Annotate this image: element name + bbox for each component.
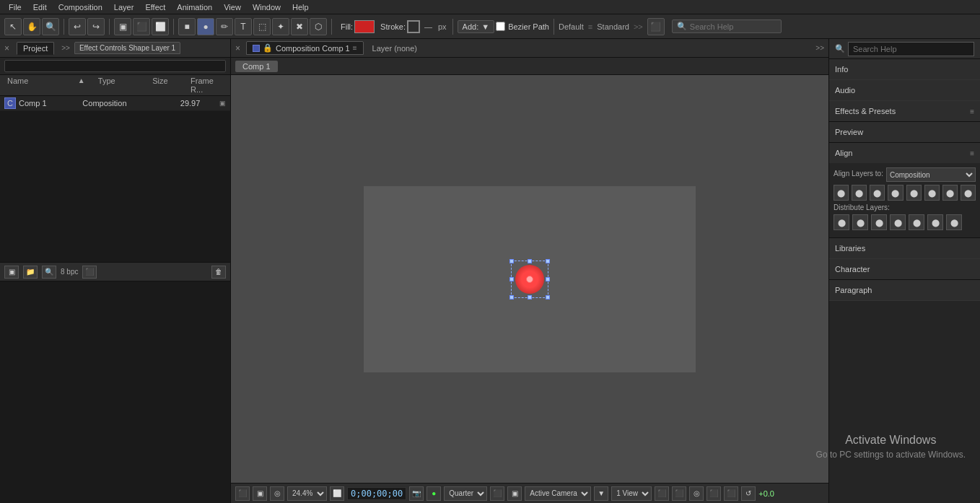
character-header[interactable]: Character <box>829 259 980 279</box>
timecode-display[interactable]: 0;00;00;00 <box>347 487 406 500</box>
tool-puppet[interactable]: ⬡ <box>310 18 327 35</box>
bezier-checkbox[interactable] <box>496 22 505 31</box>
render-btn[interactable]: ⬛ <box>82 266 97 279</box>
paragraph-header[interactable]: Paragraph <box>829 280 980 300</box>
libraries-header[interactable]: Libraries <box>829 238 980 258</box>
shape-layer[interactable] <box>515 265 544 294</box>
align-bottom-btn[interactable]: ⬤ <box>924 185 940 201</box>
folder-btn[interactable]: 📁 <box>23 266 38 279</box>
align-right-btn[interactable]: ⬤ <box>870 185 885 201</box>
dist-bottom-btn[interactable]: ⬤ <box>927 214 943 230</box>
project-tab[interactable]: Project <box>17 42 54 55</box>
search-btn[interactable]: 🔍 <box>42 266 56 279</box>
comp-btn-view4[interactable]: ◎ <box>689 486 704 501</box>
menu-help[interactable]: Help <box>286 1 315 13</box>
quality-select[interactable]: Quarter <box>444 486 487 501</box>
effects-presets-menu-icon[interactable]: ≡ <box>970 108 974 115</box>
dist-hcenter-btn[interactable]: ⬤ <box>852 214 868 230</box>
fill-swatch[interactable] <box>354 20 375 33</box>
tool-region[interactable]: ⬜ <box>152 18 169 35</box>
menu-view[interactable]: View <box>218 1 247 13</box>
comp-tab-icon2: 🔒 <box>263 43 273 53</box>
comp-btn-toggle1[interactable]: ⬛ <box>490 486 504 501</box>
menu-effect[interactable]: Effect <box>139 1 171 13</box>
active-camera-select[interactable]: Active Camera <box>525 486 591 501</box>
project-search-input[interactable] <box>4 60 226 72</box>
tool-hand[interactable]: ✋ <box>23 18 40 35</box>
comp-view-tab-1[interactable]: Comp 1 <box>235 61 278 72</box>
project-table-header: Name ▲ Type Size Frame R... <box>0 75 230 96</box>
search-help-right-input[interactable] <box>848 42 974 56</box>
menu-animation[interactable]: Animation <box>171 1 218 13</box>
comp-panel-tab[interactable]: 🔒 Composition Comp 1 ≡ <box>246 41 364 55</box>
menu-composition[interactable]: Composition <box>53 1 108 13</box>
tool-zoom[interactable]: 🔍 <box>42 18 59 35</box>
align-hcenter-btn[interactable]: ⬤ <box>852 185 867 201</box>
menu-edit[interactable]: Edit <box>27 1 53 13</box>
align-vcenter-btn[interactable]: ⬤ <box>906 185 922 201</box>
comp-btn-fit[interactable]: ⬜ <box>330 486 344 501</box>
align-menu-icon[interactable]: ≡ <box>970 149 974 157</box>
stroke-swatch[interactable] <box>407 20 420 33</box>
audio-header[interactable]: Audio <box>829 80 980 100</box>
tool-selection[interactable]: ↖ <box>4 18 22 35</box>
workspace-btn[interactable]: ⬛ <box>647 18 665 35</box>
align-hstack-btn[interactable]: ⬤ <box>961 185 976 201</box>
project-panel-close[interactable]: × <box>4 43 9 53</box>
comp-menu-icon[interactable]: ≡ <box>353 44 357 52</box>
dist-right2-btn[interactable]: ⬤ <box>946 214 962 230</box>
tool-redo[interactable]: ↪ <box>87 18 105 35</box>
comp-panel-close[interactable]: × <box>235 43 240 53</box>
tool-undo[interactable]: ↩ <box>69 18 86 35</box>
align-top-btn[interactable]: ⬤ <box>888 185 903 201</box>
dist-top-btn[interactable]: ⬤ <box>890 214 906 230</box>
comp-btn-cam-arrow[interactable]: ▼ <box>594 486 608 501</box>
preview-header[interactable]: Preview <box>829 122 980 142</box>
dist-left-btn[interactable]: ⬤ <box>834 214 849 230</box>
info-header[interactable]: Info <box>829 59 980 79</box>
search-help-input[interactable] <box>690 22 776 31</box>
project-search <box>0 58 230 75</box>
view-count-select[interactable]: 1 View <box>611 486 652 501</box>
tool-new-comp[interactable]: ▣ <box>114 18 131 35</box>
tool-erase[interactable]: ✖ <box>291 18 308 35</box>
tool-shape-ellipse[interactable]: ● <box>197 18 214 35</box>
search-help-area[interactable]: 🔍 <box>672 19 782 33</box>
comp-btn-view6[interactable]: ⬛ <box>724 486 738 501</box>
dist-vcenter-btn[interactable]: ⬤ <box>909 214 924 230</box>
new-item-btn[interactable]: ▣ <box>4 266 19 279</box>
effect-controls-tab[interactable]: Effect Controls Shape Layer 1 <box>74 42 180 54</box>
comp-btn-view5[interactable]: ⬛ <box>706 486 721 501</box>
tool-brush[interactable]: ⬚ <box>253 18 271 35</box>
comp-btn-alpha[interactable]: ◎ <box>270 486 284 501</box>
tool-clone[interactable]: ✦ <box>272 18 289 35</box>
comp-btn-camera[interactable]: 📷 <box>409 486 424 501</box>
comp-btn-snap[interactable]: ⬛ <box>235 486 250 501</box>
align-bottom-stack-btn[interactable]: ⬤ <box>942 185 958 201</box>
delete-btn[interactable]: 🗑 <box>211 266 226 279</box>
comp-btn-view3[interactable]: ⬛ <box>672 486 686 501</box>
menu-layer[interactable]: Layer <box>108 1 140 13</box>
tool-shape-rect[interactable]: ■ <box>178 18 196 35</box>
comp-btn-view[interactable]: ▣ <box>253 486 267 501</box>
project-item-comp1[interactable]: C Comp 1 Composition 29.97 ▣ <box>0 96 230 111</box>
zoom-select[interactable]: 24.4% <box>287 486 327 501</box>
align-target-select[interactable]: Composition <box>886 167 976 182</box>
comp-btn-view7[interactable]: ↺ <box>741 486 756 501</box>
align-header[interactable]: Align ≡ <box>829 143 980 163</box>
comp-btn-view2[interactable]: ⬛ <box>655 486 669 501</box>
add-button[interactable]: Add: ▼ <box>458 20 495 33</box>
col-sort-icon[interactable]: ▲ <box>75 76 85 94</box>
effects-presets-header[interactable]: Effects & Presets ≡ <box>829 101 980 121</box>
libraries-title: Libraries <box>835 244 974 253</box>
comp-btn-toggle2[interactable]: ▣ <box>507 486 522 501</box>
align-left-btn[interactable]: ⬤ <box>834 185 849 201</box>
tool-text[interactable]: T <box>235 18 252 35</box>
standard-label: Standard <box>597 22 629 31</box>
menu-file[interactable]: File <box>3 1 27 13</box>
menu-window[interactable]: Window <box>247 1 286 13</box>
comp-btn-color[interactable]: ● <box>426 486 441 501</box>
tool-pen[interactable]: ✏ <box>216 18 233 35</box>
dist-right-btn[interactable]: ⬤ <box>871 214 887 230</box>
tool-camera[interactable]: ⬛ <box>133 18 150 35</box>
